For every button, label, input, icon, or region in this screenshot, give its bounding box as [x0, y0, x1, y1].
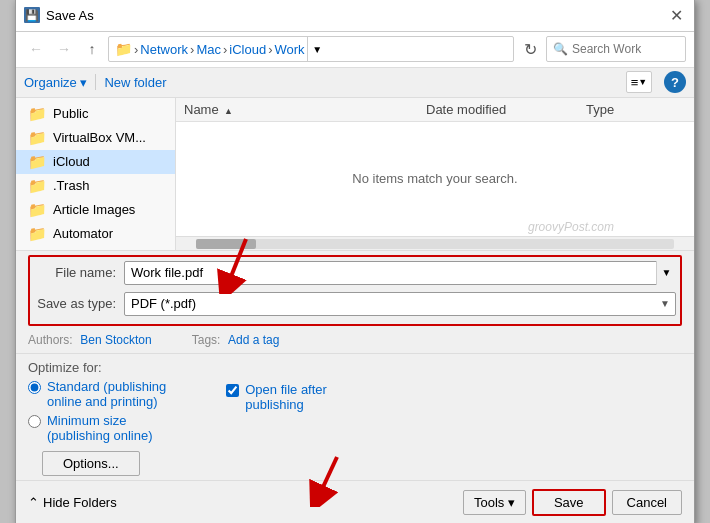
- sep2: ›: [190, 42, 194, 57]
- help-button[interactable]: ?: [664, 71, 686, 93]
- sidebar-item-label: Article Images: [53, 202, 135, 217]
- search-icon: 🔍: [553, 42, 568, 56]
- tags-label: Tags:: [192, 333, 221, 347]
- view-dropdown-icon: ▼: [638, 77, 647, 87]
- open-file-checkbox[interactable]: [226, 384, 239, 397]
- scroll-track: [196, 239, 674, 249]
- standard-radio[interactable]: [28, 381, 41, 394]
- filename-input[interactable]: [124, 261, 676, 285]
- folder-icon: 📁: [28, 177, 47, 195]
- breadcrumb-network[interactable]: Network: [140, 42, 188, 57]
- highlighted-form-box: File name: ▼ Save as type: PDF (*.pdf): [28, 255, 682, 326]
- optimize-right: Open file after publishing: [226, 382, 327, 412]
- scroll-thumb[interactable]: [196, 239, 256, 249]
- folder-icon: 📁: [28, 201, 47, 219]
- bottom-bar: ⌃ Hide Folders Tools ▾ Save: [16, 480, 694, 524]
- folder-icon: 📁: [28, 225, 47, 243]
- chevron-icon: ⌃: [28, 495, 39, 510]
- tags-group: Tags: Add a tag: [192, 332, 280, 347]
- sidebar-item-icloud[interactable]: 📁 iCloud: [16, 150, 175, 174]
- sidebar-item-label: VirtualBox VM...: [53, 130, 146, 145]
- sidebar-item-virtualbox[interactable]: 📁 VirtualBox VM...: [16, 126, 175, 150]
- tools-button[interactable]: Tools ▾: [463, 490, 526, 515]
- search-input[interactable]: [572, 42, 679, 56]
- folder-icon: 📁: [28, 153, 47, 171]
- form-area: File name: ▼ Save as type: PDF (*.pdf): [16, 250, 694, 326]
- standard-label: Standard (publishing online and printing…: [47, 379, 166, 409]
- sep1: ›: [134, 42, 138, 57]
- content-area: 📁 Public 📁 VirtualBox VM... 📁 iCloud 📁 .…: [16, 98, 694, 250]
- sidebar-item-public[interactable]: 📁 Public: [16, 102, 175, 126]
- col-name-header[interactable]: Name ▲: [184, 100, 426, 119]
- up-button[interactable]: ↑: [80, 37, 104, 61]
- col-date-header[interactable]: Date modified: [426, 100, 586, 119]
- optimize-for-label: Optimize for:: [28, 360, 166, 375]
- breadcrumb-work[interactable]: Work: [274, 42, 304, 57]
- minimum-radio-item: Minimum size (publishing online): [28, 413, 166, 443]
- breadcrumb-mac[interactable]: Mac: [196, 42, 221, 57]
- options-button[interactable]: Options...: [42, 451, 140, 476]
- minimum-label: Minimum size (publishing online): [47, 413, 153, 443]
- standard-radio-item: Standard (publishing online and printing…: [28, 379, 166, 409]
- minimum-radio[interactable]: [28, 415, 41, 428]
- organize-button[interactable]: Organize ▾: [24, 75, 87, 90]
- sidebar: 📁 Public 📁 VirtualBox VM... 📁 iCloud 📁 .…: [16, 98, 176, 250]
- title-bar-left: 💾 Save As: [24, 7, 94, 23]
- sidebar-item-trash[interactable]: 📁 .Trash: [16, 174, 175, 198]
- savetype-row: Save as type: PDF (*.pdf): [34, 292, 676, 316]
- file-list-body: No items match your search. groovyPost.c…: [176, 122, 694, 236]
- hide-folders-label: Hide Folders: [43, 495, 117, 510]
- forward-button[interactable]: →: [52, 37, 76, 61]
- authors-value[interactable]: Ben Stockton: [80, 333, 151, 347]
- svg-line-3: [317, 457, 337, 500]
- refresh-button[interactable]: ↻: [518, 37, 542, 61]
- savetype-select[interactable]: PDF (*.pdf): [124, 292, 676, 316]
- sep3: ›: [223, 42, 227, 57]
- sidebar-item-label: Automator: [53, 226, 113, 241]
- main-content: 📁 Public 📁 VirtualBox VM... 📁 iCloud 📁 .…: [16, 98, 694, 524]
- sort-arrow: ▲: [224, 106, 233, 116]
- col-type-header[interactable]: Type: [586, 100, 686, 119]
- sidebar-item-label: iCloud: [53, 154, 90, 169]
- filename-input-wrap: ▼: [124, 261, 676, 285]
- back-button[interactable]: ←: [24, 37, 48, 61]
- toolbar: Organize ▾ New folder ≡ ▼ ?: [16, 68, 694, 98]
- save-button[interactable]: Save: [532, 489, 606, 516]
- folder-icon: 📁: [28, 105, 47, 123]
- open-file-checkbox-item: Open file after publishing: [226, 382, 327, 412]
- sidebar-item-label: .Trash: [53, 178, 89, 193]
- filename-label: File name:: [34, 265, 124, 280]
- watermark: groovyPost.com: [528, 220, 614, 234]
- savetype-label: Save as type:: [34, 296, 124, 311]
- filename-dropdown[interactable]: ▼: [656, 261, 676, 285]
- save-as-dialog: 💾 Save As ✕ ← → ↑ 📁 › Network › Mac › iC…: [15, 0, 695, 523]
- save-icon: 💾: [24, 7, 40, 23]
- sidebar-item-label: Public: [53, 106, 88, 121]
- filename-row: File name: ▼: [34, 261, 676, 285]
- help-icon: ?: [671, 75, 679, 90]
- view-icon: ≡: [631, 75, 639, 90]
- sidebar-item-article-images[interactable]: 📁 Article Images: [16, 198, 175, 222]
- close-button[interactable]: ✕: [666, 5, 686, 25]
- meta-section: Authors: Ben Stockton Tags: Add a tag: [16, 326, 694, 354]
- red-arrow-2-svg: [297, 452, 357, 507]
- search-box: 🔍: [546, 36, 686, 62]
- optimize-left: Optimize for: Standard (publishing onlin…: [28, 360, 166, 476]
- sidebar-item-automator[interactable]: 📁 Automator: [16, 222, 175, 246]
- breadcrumb-icloud[interactable]: iCloud: [229, 42, 266, 57]
- scroll-bar[interactable]: [176, 236, 694, 250]
- breadcrumb-dropdown[interactable]: ▼: [307, 36, 327, 62]
- new-folder-button[interactable]: New folder: [104, 75, 166, 90]
- savetype-select-wrap: PDF (*.pdf): [124, 292, 676, 316]
- cancel-button[interactable]: Cancel: [612, 490, 682, 515]
- file-list-panel: Name ▲ Date modified Type No items match…: [176, 98, 694, 250]
- nav-bar: ← → ↑ 📁 › Network › Mac › iCloud › Work …: [16, 32, 694, 68]
- bottom-right: Tools ▾ Save Cancel: [457, 489, 682, 516]
- view-button[interactable]: ≡ ▼: [626, 71, 652, 93]
- sep4: ›: [268, 42, 272, 57]
- dialog-title: Save As: [46, 8, 94, 23]
- authors-group: Authors: Ben Stockton: [28, 332, 152, 347]
- tags-value[interactable]: Add a tag: [228, 333, 279, 347]
- toolbar-separator: [95, 74, 96, 90]
- hide-folders-button[interactable]: ⌃ Hide Folders: [28, 495, 117, 510]
